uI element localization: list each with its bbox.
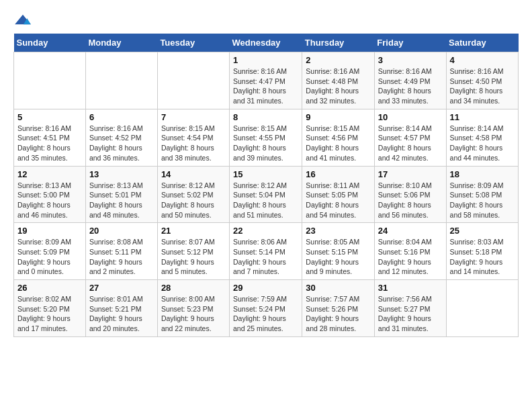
day-cell: 22Sunrise: 8:06 AM Sunset: 5:14 PM Dayli…: [230, 223, 302, 280]
day-cell: 27Sunrise: 8:01 AM Sunset: 5:21 PM Dayli…: [85, 280, 157, 337]
day-info: Sunrise: 8:16 AM Sunset: 4:48 PM Dayligh…: [306, 66, 371, 106]
day-number: 19: [17, 226, 82, 236]
day-number: 6: [89, 112, 154, 122]
day-info: Sunrise: 7:56 AM Sunset: 5:27 PM Dayligh…: [378, 294, 443, 334]
day-number: 23: [306, 226, 371, 236]
day-number: 10: [378, 112, 443, 122]
day-info: Sunrise: 8:10 AM Sunset: 5:06 PM Dayligh…: [378, 181, 443, 220]
day-info: Sunrise: 8:13 AM Sunset: 5:01 PM Dayligh…: [89, 181, 154, 220]
week-row-5: 26Sunrise: 8:02 AM Sunset: 5:20 PM Dayli…: [14, 280, 519, 337]
day-number: 14: [161, 169, 226, 179]
day-info: Sunrise: 8:05 AM Sunset: 5:15 PM Dayligh…: [306, 237, 371, 277]
day-cell: 15Sunrise: 8:12 AM Sunset: 5:04 PM Dayli…: [230, 166, 302, 223]
day-number: 4: [450, 55, 515, 65]
day-cell: 20Sunrise: 8:08 AM Sunset: 5:11 PM Dayli…: [85, 223, 157, 280]
day-cell: [85, 52, 157, 109]
day-info: Sunrise: 8:12 AM Sunset: 5:04 PM Dayligh…: [233, 181, 298, 220]
logo: [13, 13, 35, 27]
day-number: 13: [89, 169, 154, 179]
day-info: Sunrise: 8:03 AM Sunset: 5:18 PM Dayligh…: [450, 237, 515, 277]
calendar-table: SundayMondayTuesdayWednesdayThursdayFrid…: [13, 34, 519, 337]
day-info: Sunrise: 8:15 AM Sunset: 4:56 PM Dayligh…: [306, 124, 371, 163]
day-number: 16: [306, 169, 371, 179]
day-number: 24: [378, 226, 443, 236]
day-info: Sunrise: 8:14 AM Sunset: 4:57 PM Dayligh…: [378, 124, 443, 163]
day-number: 25: [450, 226, 515, 236]
day-cell: [157, 52, 229, 109]
day-number: 28: [161, 283, 226, 293]
day-info: Sunrise: 8:08 AM Sunset: 5:11 PM Dayligh…: [89, 237, 154, 277]
day-number: 2: [306, 55, 371, 65]
day-info: Sunrise: 8:15 AM Sunset: 4:54 PM Dayligh…: [161, 124, 226, 163]
day-cell: 6Sunrise: 8:16 AM Sunset: 4:52 PM Daylig…: [85, 109, 157, 166]
day-cell: 3Sunrise: 8:16 AM Sunset: 4:49 PM Daylig…: [374, 52, 446, 109]
weekday-header-thursday: Thursday: [302, 34, 375, 52]
day-info: Sunrise: 8:16 AM Sunset: 4:52 PM Dayligh…: [89, 124, 154, 163]
day-info: Sunrise: 8:12 AM Sunset: 5:02 PM Dayligh…: [161, 181, 226, 220]
day-info: Sunrise: 8:15 AM Sunset: 4:55 PM Dayligh…: [233, 124, 298, 163]
weekday-header-row: SundayMondayTuesdayWednesdayThursdayFrid…: [14, 34, 519, 52]
day-cell: 14Sunrise: 8:12 AM Sunset: 5:02 PM Dayli…: [157, 166, 229, 223]
day-number: 8: [233, 112, 298, 122]
day-cell: 16Sunrise: 8:11 AM Sunset: 5:05 PM Dayli…: [302, 166, 375, 223]
day-number: 9: [306, 112, 371, 122]
day-cell: 2Sunrise: 8:16 AM Sunset: 4:48 PM Daylig…: [302, 52, 375, 109]
weekday-header-wednesday: Wednesday: [230, 34, 302, 52]
week-row-3: 12Sunrise: 8:13 AM Sunset: 5:00 PM Dayli…: [14, 166, 519, 223]
day-cell: 30Sunrise: 7:57 AM Sunset: 5:26 PM Dayli…: [302, 280, 375, 337]
day-cell: 21Sunrise: 8:07 AM Sunset: 5:12 PM Dayli…: [157, 223, 229, 280]
day-number: 11: [450, 112, 515, 122]
weekday-header-monday: Monday: [85, 34, 157, 52]
day-info: Sunrise: 7:59 AM Sunset: 5:24 PM Dayligh…: [233, 294, 298, 334]
week-row-4: 19Sunrise: 8:09 AM Sunset: 5:09 PM Dayli…: [14, 223, 519, 280]
day-cell: 12Sunrise: 8:13 AM Sunset: 5:00 PM Dayli…: [14, 166, 86, 223]
day-cell: 23Sunrise: 8:05 AM Sunset: 5:15 PM Dayli…: [302, 223, 375, 280]
day-info: Sunrise: 7:57 AM Sunset: 5:26 PM Dayligh…: [306, 294, 371, 334]
day-cell: 13Sunrise: 8:13 AM Sunset: 5:01 PM Dayli…: [85, 166, 157, 223]
day-cell: 19Sunrise: 8:09 AM Sunset: 5:09 PM Dayli…: [14, 223, 86, 280]
day-cell: [14, 52, 86, 109]
day-info: Sunrise: 8:01 AM Sunset: 5:21 PM Dayligh…: [89, 294, 154, 334]
day-info: Sunrise: 8:00 AM Sunset: 5:23 PM Dayligh…: [161, 294, 226, 334]
day-cell: 7Sunrise: 8:15 AM Sunset: 4:54 PM Daylig…: [157, 109, 229, 166]
day-number: 15: [233, 169, 298, 179]
day-number: 27: [89, 283, 154, 293]
day-cell: 18Sunrise: 8:09 AM Sunset: 5:08 PM Dayli…: [446, 166, 518, 223]
day-number: 12: [17, 169, 82, 179]
day-number: 21: [161, 226, 226, 236]
week-row-1: 1Sunrise: 8:16 AM Sunset: 4:47 PM Daylig…: [14, 52, 519, 109]
day-number: 26: [17, 283, 82, 293]
logo-icon: [13, 13, 32, 27]
day-cell: 8Sunrise: 8:15 AM Sunset: 4:55 PM Daylig…: [230, 109, 302, 166]
day-number: 18: [450, 169, 515, 179]
weekday-header-friday: Friday: [374, 34, 446, 52]
day-info: Sunrise: 8:09 AM Sunset: 5:09 PM Dayligh…: [17, 237, 82, 277]
day-number: 5: [17, 112, 82, 122]
day-cell: 25Sunrise: 8:03 AM Sunset: 5:18 PM Dayli…: [446, 223, 518, 280]
day-info: Sunrise: 8:16 AM Sunset: 4:51 PM Dayligh…: [17, 124, 82, 163]
day-number: 29: [233, 283, 298, 293]
day-number: 31: [378, 283, 443, 293]
day-info: Sunrise: 8:16 AM Sunset: 4:47 PM Dayligh…: [233, 66, 298, 106]
day-info: Sunrise: 8:11 AM Sunset: 5:05 PM Dayligh…: [306, 181, 371, 220]
day-info: Sunrise: 8:13 AM Sunset: 5:00 PM Dayligh…: [17, 181, 82, 220]
day-info: Sunrise: 8:06 AM Sunset: 5:14 PM Dayligh…: [233, 237, 298, 277]
weekday-header-tuesday: Tuesday: [157, 34, 229, 52]
day-cell: 11Sunrise: 8:14 AM Sunset: 4:58 PM Dayli…: [446, 109, 518, 166]
day-number: 22: [233, 226, 298, 236]
day-number: 7: [161, 112, 226, 122]
week-row-2: 5Sunrise: 8:16 AM Sunset: 4:51 PM Daylig…: [14, 109, 519, 166]
day-info: Sunrise: 8:16 AM Sunset: 4:50 PM Dayligh…: [450, 66, 515, 106]
day-cell: 9Sunrise: 8:15 AM Sunset: 4:56 PM Daylig…: [302, 109, 375, 166]
day-info: Sunrise: 8:02 AM Sunset: 5:20 PM Dayligh…: [17, 294, 82, 334]
day-info: Sunrise: 8:16 AM Sunset: 4:49 PM Dayligh…: [378, 66, 443, 106]
day-number: 20: [89, 226, 154, 236]
weekday-header-saturday: Saturday: [446, 34, 518, 52]
day-info: Sunrise: 8:07 AM Sunset: 5:12 PM Dayligh…: [161, 237, 226, 277]
day-info: Sunrise: 8:09 AM Sunset: 5:08 PM Dayligh…: [450, 181, 515, 220]
day-cell: 31Sunrise: 7:56 AM Sunset: 5:27 PM Dayli…: [374, 280, 446, 337]
day-info: Sunrise: 8:04 AM Sunset: 5:16 PM Dayligh…: [378, 237, 443, 277]
day-number: 1: [233, 55, 298, 65]
day-number: 3: [378, 55, 443, 65]
day-cell: 17Sunrise: 8:10 AM Sunset: 5:06 PM Dayli…: [374, 166, 446, 223]
